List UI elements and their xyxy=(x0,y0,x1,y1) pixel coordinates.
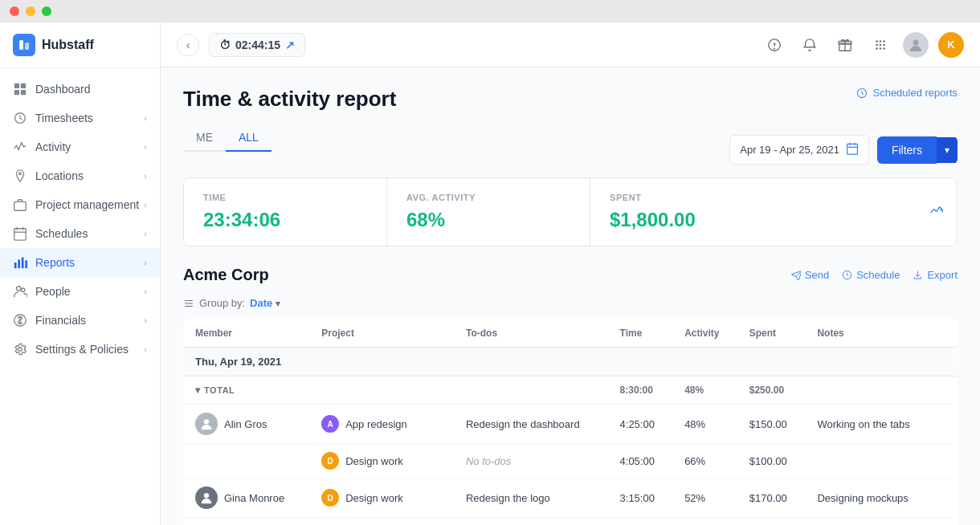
cell-activity: 48% xyxy=(673,405,738,444)
sidebar-item-label: Schedules xyxy=(35,227,88,240)
cell-notes: Working on the tabs xyxy=(806,405,957,444)
svg-rect-13 xyxy=(14,262,17,268)
cell-project: A App redesign xyxy=(310,405,455,444)
project-name: Design work xyxy=(345,492,403,504)
section-header: Acme Corp Send Schedule Export xyxy=(183,266,958,284)
filters-dropdown-button[interactable]: ▾ xyxy=(937,137,958,163)
gift-button[interactable] xyxy=(832,32,858,58)
svg-rect-8 xyxy=(14,201,26,210)
tab-me[interactable]: ME xyxy=(183,124,226,152)
calendar-icon xyxy=(13,226,27,241)
svg-point-17 xyxy=(17,287,21,291)
sidebar-item-activity[interactable]: Activity › xyxy=(0,132,160,161)
section-title: Acme Corp xyxy=(183,266,269,284)
export-icon xyxy=(913,270,923,280)
date-range-picker[interactable]: Apr 19 - Apr 25, 2021 xyxy=(729,135,869,165)
no-todos-label: No to-dos xyxy=(466,455,511,467)
schedule-action[interactable]: Schedule xyxy=(842,269,900,281)
cell-notes: Designing mockups xyxy=(806,478,957,518)
traffic-light-yellow[interactable] xyxy=(26,6,35,16)
group-by-label: Group by: xyxy=(199,297,245,309)
total-text: TOTAL xyxy=(204,385,235,395)
svg-point-35 xyxy=(913,39,919,45)
svg-rect-5 xyxy=(21,90,26,95)
project-badge: D xyxy=(321,452,339,470)
send-action[interactable]: Send xyxy=(790,269,829,281)
sidebar-item-financials[interactable]: Financials › xyxy=(0,306,160,335)
cell-notes xyxy=(806,444,957,478)
total-row: ▾ TOTAL 8:30:00 48% $250.00 xyxy=(184,376,958,405)
project-name: App redesign xyxy=(345,418,407,430)
filters-main-button[interactable]: Filters xyxy=(877,136,937,164)
group-by-bar: Group by: Date ▾ xyxy=(183,297,958,309)
topbar-actions: K xyxy=(762,32,964,58)
col-project: Project xyxy=(310,319,455,348)
stat-spent-value: $1,800.00 xyxy=(610,209,937,231)
stat-activity-value: 68% xyxy=(406,209,570,231)
logo-icon xyxy=(13,34,35,56)
export-action[interactable]: Export xyxy=(913,269,958,281)
traffic-light-green[interactable] xyxy=(42,6,51,16)
sidebar-item-people[interactable]: People › xyxy=(0,277,160,306)
notifications-button[interactable] xyxy=(797,32,823,58)
sidebar-item-timesheets[interactable]: Timesheets › xyxy=(0,104,160,132)
briefcase-icon xyxy=(13,197,27,212)
user-avatar[interactable] xyxy=(903,32,929,58)
sidebar-item-label: Dashboard xyxy=(35,83,91,96)
svg-point-20 xyxy=(18,348,22,352)
svg-point-31 xyxy=(883,43,885,46)
svg-point-7 xyxy=(19,173,22,175)
chart-toggle-button[interactable] xyxy=(929,203,944,222)
timer-value: 02:44:15 xyxy=(235,39,280,51)
help-button[interactable] xyxy=(762,32,787,58)
table-row: D Design work No to-dos 4:05:00 66% $100… xyxy=(184,444,958,478)
settings-icon xyxy=(13,342,27,356)
sidebar-item-settings-policies[interactable]: Settings & Policies › xyxy=(0,335,160,364)
timer-arrow-icon: ↗ xyxy=(285,39,295,51)
traffic-light-red[interactable] xyxy=(10,6,19,16)
scheduled-reports-link[interactable]: Scheduled reports xyxy=(856,87,958,99)
total-activity: 48% xyxy=(673,376,738,405)
group-by-value[interactable]: Date ▾ xyxy=(250,297,280,309)
user-initial-avatar[interactable]: K xyxy=(938,32,964,58)
sidebar-item-reports[interactable]: Reports › xyxy=(0,248,160,277)
cell-notes: Creating documentation xyxy=(806,518,957,526)
chart-line-icon xyxy=(929,203,944,218)
cell-activity: 41% xyxy=(673,518,738,526)
sidebar-item-label: People xyxy=(35,285,71,298)
apps-button[interactable] xyxy=(868,32,893,58)
chevron-icon: › xyxy=(144,142,147,152)
svg-rect-4 xyxy=(14,90,19,95)
export-label: Export xyxy=(927,269,958,281)
chevron-down-icon: ▾ xyxy=(195,385,200,396)
date-group-row: Thu, Apr 19, 2021 xyxy=(184,348,958,376)
sidebar-item-dashboard[interactable]: Dashboard xyxy=(0,75,160,104)
col-todos: To-dos xyxy=(455,319,609,348)
filters-button-group: Filters ▾ xyxy=(877,136,958,164)
users-icon xyxy=(13,284,27,299)
list-icon xyxy=(183,298,194,309)
svg-point-18 xyxy=(21,288,25,292)
grid-icon xyxy=(13,82,27,96)
svg-point-33 xyxy=(880,47,882,50)
svg-point-48 xyxy=(204,419,209,424)
sidebar-item-schedules[interactable]: Schedules › xyxy=(0,219,160,248)
cell-spent: $150.00 xyxy=(738,405,806,444)
cell-project: D Design work xyxy=(310,444,455,478)
svg-rect-16 xyxy=(25,260,27,268)
help-icon xyxy=(767,38,782,52)
send-icon xyxy=(790,270,801,280)
total-spent: $250.00 xyxy=(738,376,806,405)
topbar: ‹ ⏱ 02:44:15 ↗ xyxy=(161,22,980,67)
sidebar-item-project-management[interactable]: Project management › xyxy=(0,190,160,219)
sidebar-item-locations[interactable]: Locations › xyxy=(0,161,160,190)
timer-display[interactable]: ⏱ 02:44:15 ↗ xyxy=(209,33,305,57)
back-button[interactable]: ‹ xyxy=(177,34,199,56)
cell-time: 3:15:00 xyxy=(609,478,674,518)
tab-all[interactable]: ALL xyxy=(226,124,272,152)
svg-marker-42 xyxy=(791,271,801,280)
cell-todos: No to-dos xyxy=(455,444,609,478)
bar-chart-icon xyxy=(13,255,27,270)
activity-icon xyxy=(13,140,27,154)
chevron-icon: › xyxy=(144,200,147,210)
